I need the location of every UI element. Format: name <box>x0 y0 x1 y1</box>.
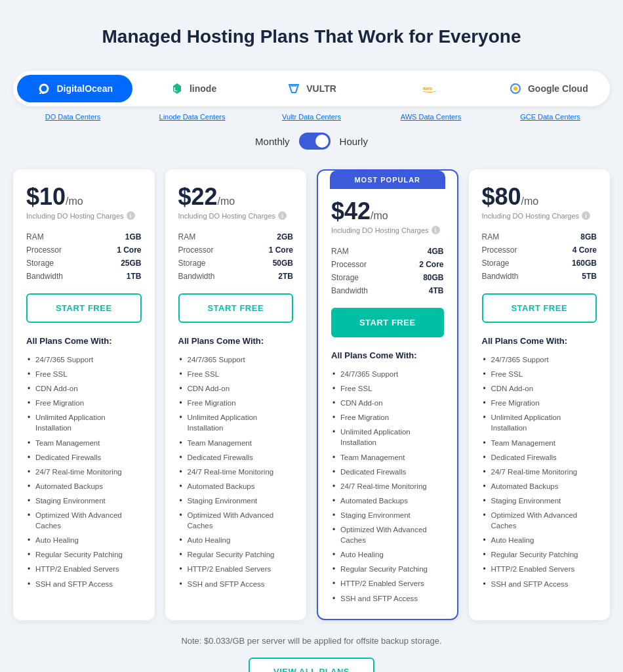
spec-value: 50GB <box>273 259 293 268</box>
spec-label: Processor <box>331 260 367 269</box>
provider-tab-gcloud[interactable]: Google Cloud <box>491 75 606 102</box>
spec-row: Processor1 Core <box>178 243 294 257</box>
feature-item: HTTP/2 Enabled Servers <box>331 576 444 591</box>
aws-icon: aws <box>422 81 437 96</box>
spec-value: 1GB <box>125 232 142 242</box>
page-title: Managed Hosting Plans That Work for Ever… <box>13 26 610 47</box>
spec-label: Processor <box>178 245 214 255</box>
footer-note: Note: $0.033/GB per server will be appli… <box>13 636 610 646</box>
feature-item: HTTP/2 Enabled Servers <box>482 562 597 576</box>
spec-row: Storage25GB <box>26 257 142 270</box>
info-icon-3: i <box>582 211 590 220</box>
feature-item: Team Management <box>482 436 597 450</box>
svg-text:L: L <box>174 86 178 93</box>
spec-row: Bandwidth2TB <box>178 270 294 283</box>
feature-item: Free SSL <box>26 367 142 381</box>
feature-item: Optimized With Advanced Caches <box>26 508 142 533</box>
spec-row: Bandwidth1TB <box>26 270 142 283</box>
features-list-3: 24/7/365 SupportFree SSLCDN Add-onFree M… <box>482 352 597 607</box>
start-free-button-0[interactable]: START FREE <box>26 293 142 323</box>
feature-item: SSH and SFTP Access <box>178 577 294 591</box>
plan-price-2: $42/mo <box>331 200 444 223</box>
feature-item: Optimized With Advanced Caches <box>178 508 294 533</box>
spec-row: Processor2 Core <box>331 258 444 271</box>
feature-item: Free Migration <box>482 396 597 410</box>
plan-card-3: $80/moIncluding DO Hosting Charges iRAM8… <box>469 169 611 620</box>
svg-text:aws: aws <box>423 85 432 91</box>
features-list-0: 24/7/365 SupportFree SSLCDN Add-onFree M… <box>26 352 142 607</box>
feature-item: Regular Security Patching <box>26 547 142 562</box>
spec-value: 1TB <box>127 272 142 281</box>
feature-item: Free Migration <box>26 396 142 410</box>
provider-tab-aws[interactable]: aws <box>372 75 487 102</box>
aws-link[interactable]: AWS Data Centers <box>371 113 491 121</box>
feature-item: Optimized With Advanced Caches <box>331 522 444 547</box>
spec-row: Processor4 Core <box>482 243 597 257</box>
svg-point-10 <box>513 87 517 91</box>
plan-subtext-1: Including DO Hosting Charges i <box>178 211 294 220</box>
do-link[interactable]: DO Data Centers <box>13 113 132 121</box>
spec-row: RAM8GB <box>482 230 597 243</box>
info-icon-1: i <box>278 211 287 220</box>
feature-item: CDN Add-on <box>331 396 444 410</box>
gcloud-label: Google Cloud <box>528 83 588 94</box>
feature-item: CDN Add-on <box>26 381 142 396</box>
feature-item: Auto Healing <box>178 533 294 547</box>
provider-tab-do[interactable]: DigitalOcean <box>17 75 132 102</box>
vultr-link[interactable]: Vultr Data Centers <box>252 113 371 121</box>
start-free-button-3[interactable]: START FREE <box>482 293 597 323</box>
start-free-button-2[interactable]: START FREE <box>331 308 444 337</box>
spec-label: Bandwidth <box>331 286 368 295</box>
billing-switch[interactable] <box>299 133 331 150</box>
view-all-plans-button[interactable]: VIEW ALL PLANS <box>249 658 374 672</box>
feature-item: Free Migration <box>178 396 294 410</box>
start-free-button-1[interactable]: START FREE <box>178 293 294 323</box>
svg-rect-2 <box>42 93 44 94</box>
info-icon-0: i <box>127 211 135 220</box>
gcloud-link[interactable]: GCE Data Centers <box>491 113 610 121</box>
feature-item: Free Migration <box>331 410 444 425</box>
vultr-label: VULTR <box>306 83 336 94</box>
plan-specs-3: RAM8GBProcessor4 CoreStorage160GBBandwid… <box>482 230 597 283</box>
spec-value: 1 Core <box>117 245 141 255</box>
feature-item: CDN Add-on <box>482 381 597 396</box>
spec-label: RAM <box>26 232 44 242</box>
do-label: DigitalOcean <box>56 83 113 94</box>
spec-value: 4 Core <box>573 245 597 255</box>
linode-link[interactable]: Linode Data Centers <box>132 113 252 121</box>
feature-item: Dedicated Firewalls <box>26 450 142 465</box>
do-icon <box>37 81 51 96</box>
features-heading-1: All Plans Come With: <box>178 336 294 346</box>
billing-toggle: Monthly Hourly <box>13 133 610 150</box>
spec-row: Bandwidth5TB <box>482 270 597 283</box>
spec-value: 4GB <box>428 247 444 256</box>
plan-subtext-0: Including DO Hosting Charges i <box>26 211 142 220</box>
linode-label: linode <box>190 83 216 94</box>
plan-specs-0: RAM1GBProcessor1 CoreStorage25GBBandwidt… <box>26 230 142 283</box>
provider-tab-vultr[interactable]: VULTR <box>254 75 369 102</box>
page-wrapper: Managed Hosting Plans That Work for Ever… <box>0 0 623 672</box>
spec-label: RAM <box>331 247 349 256</box>
provider-tab-linode[interactable]: L linode <box>135 75 251 102</box>
feature-item: Free SSL <box>482 367 597 381</box>
feature-item: Automated Backups <box>482 479 597 494</box>
feature-item: Dedicated Firewalls <box>178 450 294 465</box>
spec-value: 4TB <box>429 286 444 295</box>
feature-item: 24/7/365 Support <box>482 352 597 367</box>
spec-label: Bandwidth <box>26 272 63 281</box>
feature-item: Regular Security Patching <box>482 547 597 562</box>
hourly-label: Hourly <box>340 136 368 147</box>
spec-row: Processor1 Core <box>26 243 142 257</box>
spec-label: Processor <box>482 245 517 255</box>
feature-item: 24/7 Real-time Monitoring <box>26 465 142 479</box>
spec-value: 8GB <box>580 232 597 242</box>
features-heading-2: All Plans Come With: <box>331 350 444 360</box>
feature-item: 24/7 Real-time Monitoring <box>331 479 444 494</box>
feature-item: Team Management <box>178 436 294 450</box>
feature-item: Staging Environment <box>26 494 142 508</box>
plans-grid: $10/moIncluding DO Hosting Charges iRAM1… <box>13 169 610 620</box>
plan-specs-2: RAM4GBProcessor2 CoreStorage80GBBandwidt… <box>331 245 444 297</box>
provider-tabs: DigitalOcean L linode VULTR <box>13 71 610 106</box>
feature-item: Automated Backups <box>331 494 444 508</box>
features-list-2: 24/7/365 SupportFree SSLCDN Add-onFree M… <box>331 367 444 606</box>
